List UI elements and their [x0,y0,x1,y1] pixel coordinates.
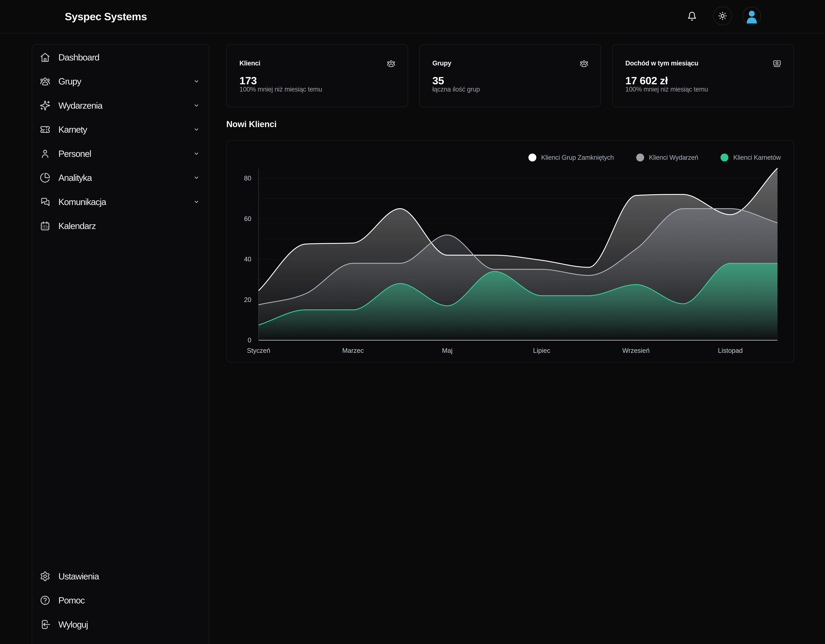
svg-text:Marzec: Marzec [342,347,364,354]
svg-text:Listopad: Listopad [718,347,743,354]
svg-text:20: 20 [244,296,251,303]
svg-text:0: 0 [248,337,251,344]
svg-text:60: 60 [244,215,251,222]
svg-text:Wrzesień: Wrzesień [623,347,650,354]
svg-text:Styczeń: Styczeń [247,347,270,354]
svg-text:80: 80 [244,175,251,182]
svg-text:Maj: Maj [442,347,453,354]
svg-text:40: 40 [244,256,251,263]
svg-text:Lipiec: Lipiec [533,347,550,354]
